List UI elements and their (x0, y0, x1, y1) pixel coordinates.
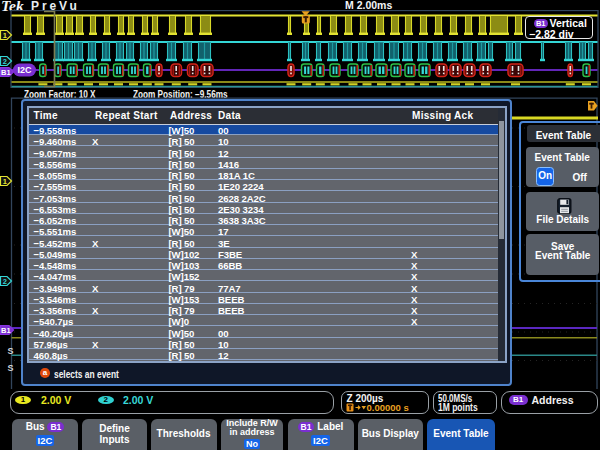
svg-text:B1: B1 (1, 326, 11, 335)
svg-text:1: 1 (3, 31, 7, 40)
svg-text:S: S (8, 363, 14, 373)
svg-text:S: S (8, 346, 14, 356)
svg-text:2: 2 (3, 277, 7, 286)
svg-text:2: 2 (3, 57, 7, 66)
svg-text:I2C: I2C (17, 65, 32, 75)
svg-text:B1: B1 (1, 68, 11, 77)
svg-text:1: 1 (3, 177, 7, 186)
